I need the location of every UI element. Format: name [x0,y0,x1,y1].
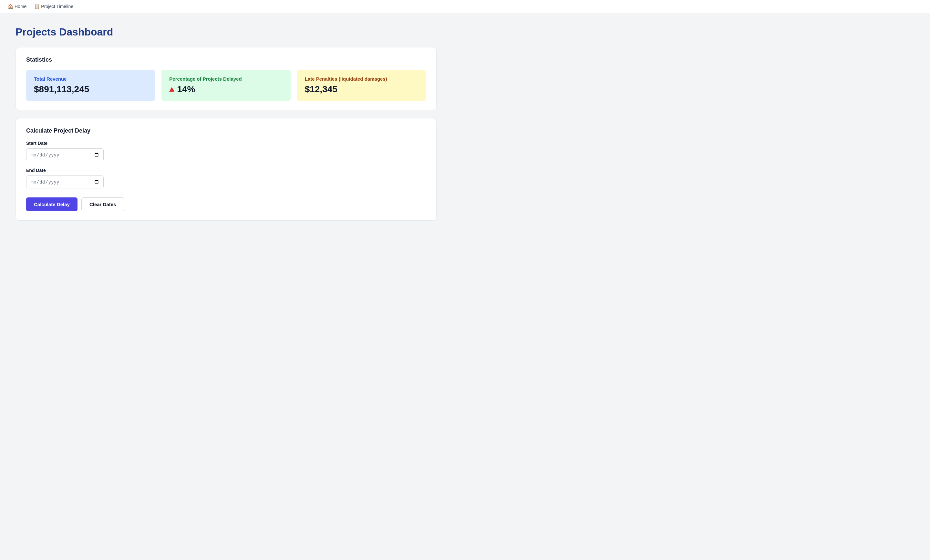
end-date-label: End Date [26,168,426,173]
total-revenue-value: $891,113,245 [34,84,147,95]
statistics-card: Statistics Total Revenue $891,113,245 Pe… [15,47,437,110]
timeline-icon: 📋 [34,4,40,9]
projects-delayed-label: Percentage of Projects Delayed [169,76,283,81]
calculator-card: Calculate Project Delay Start Date End D… [15,118,437,221]
projects-delayed-value: 14% [169,84,283,95]
start-date-input[interactable] [26,148,104,161]
nav-timeline-label: Project Timeline [41,4,73,9]
triangle-up-icon [169,87,174,92]
end-date-input[interactable] [26,175,104,189]
nav-timeline[interactable]: 📋 Project Timeline [34,4,73,9]
start-date-label: Start Date [26,141,426,146]
main-content: Projects Dashboard Statistics Total Reve… [0,13,452,241]
stat-late-penalties: Late Penalties (liquidated damages) $12,… [297,70,426,101]
stat-projects-delayed: Percentage of Projects Delayed 14% [162,70,290,101]
navbar: 🏠 Home 📋 Project Timeline [0,0,930,13]
end-date-group: End Date [26,168,426,189]
clear-dates-button[interactable]: Clear Dates [82,198,124,211]
nav-home[interactable]: 🏠 Home [8,4,26,9]
late-penalties-value: $12,345 [305,84,418,95]
start-date-group: Start Date [26,141,426,161]
stat-total-revenue: Total Revenue $891,113,245 [26,70,155,101]
page-title: Projects Dashboard [15,26,437,38]
stats-grid: Total Revenue $891,113,245 Percentage of… [26,70,426,101]
total-revenue-label: Total Revenue [34,76,147,81]
buttons-row: Calculate Delay Clear Dates [26,198,426,211]
home-icon: 🏠 [8,4,13,9]
late-penalties-label: Late Penalties (liquidated damages) [305,76,418,81]
calculator-title: Calculate Project Delay [26,127,426,134]
calculate-delay-button[interactable]: Calculate Delay [26,198,77,211]
statistics-title: Statistics [26,57,426,63]
nav-home-label: Home [14,4,26,9]
